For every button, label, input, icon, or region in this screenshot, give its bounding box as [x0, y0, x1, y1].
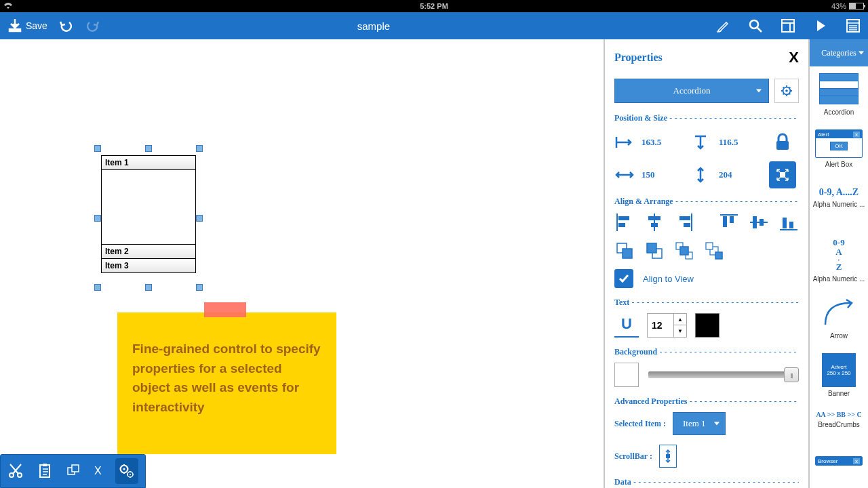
pos-w[interactable]: 150 — [614, 161, 686, 188]
battery-percent: 43% — [831, 2, 846, 10]
lock-icon — [775, 134, 790, 151]
svg-rect-38 — [715, 252, 722, 259]
scrollbar-toggle[interactable] — [659, 445, 677, 468]
cat-item-breadcrumb[interactable]: AA >> BB >> C BreadCrumbs — [810, 405, 868, 456]
categories-label: Categories — [821, 48, 856, 58]
pos-x-value: 163.5 — [642, 137, 661, 148]
paste-icon[interactable] — [37, 463, 54, 479]
x-position-icon — [614, 134, 635, 150]
selection-handle[interactable] — [145, 145, 152, 152]
pen-icon[interactable] — [716, 19, 730, 33]
svg-rect-20 — [651, 223, 658, 227]
browser-thumb: Browserx — [815, 456, 863, 466]
svg-rect-8 — [72, 465, 79, 472]
bring-front-icon[interactable] — [644, 241, 665, 261]
cut-icon[interactable] — [7, 463, 24, 479]
selection-handle[interactable] — [94, 215, 101, 222]
bread-thumb: AA >> BB >> C — [816, 411, 861, 418]
svg-point-12 — [130, 474, 131, 475]
gear-icon — [781, 85, 793, 97]
cat-item-browser[interactable]: Browserx — [810, 456, 868, 470]
cat-item-alert[interactable]: Alertx OK Alert Box — [810, 124, 868, 182]
opacity-slider[interactable]: ||| — [648, 371, 799, 378]
text-color-swatch[interactable] — [695, 313, 719, 338]
spinner-up[interactable]: ▲ — [674, 314, 686, 325]
copy-icon[interactable] — [67, 464, 81, 478]
categories-dropdown[interactable]: Categories — [810, 39, 868, 66]
selection-handle[interactable] — [94, 145, 101, 152]
accordion-item-3[interactable]: Item 3 — [102, 259, 195, 272]
spinner-down[interactable]: ▼ — [674, 325, 686, 337]
selection-handle[interactable] — [196, 215, 203, 222]
element-settings-button[interactable] — [774, 79, 799, 103]
dropdown-label: Accordion — [673, 85, 711, 96]
selection-handle[interactable] — [196, 145, 203, 152]
cat-label: Banner — [828, 390, 850, 397]
search-icon[interactable] — [749, 19, 762, 33]
align-center-h-icon[interactable] — [644, 212, 665, 232]
chevron-down-icon — [756, 89, 762, 93]
selection-handle[interactable] — [94, 284, 101, 291]
align-left-icon[interactable] — [614, 212, 635, 232]
dropdown-value: Item 1 — [683, 418, 706, 429]
expand-button[interactable] — [769, 161, 796, 188]
chevron-down-icon — [859, 52, 864, 55]
pos-h[interactable]: 204 — [692, 161, 764, 188]
cat-item-accordion[interactable]: Accordion — [810, 66, 868, 124]
align-center-v-icon[interactable] — [749, 212, 769, 232]
scrollbar-label: ScrollBar : — [614, 451, 652, 462]
svg-rect-5 — [40, 465, 50, 477]
panel-title: Properties — [614, 52, 663, 64]
pos-h-value: 204 — [719, 169, 732, 180]
save-icon — [8, 19, 22, 33]
wifi-icon — [4, 3, 12, 9]
bring-forward-icon[interactable] — [704, 241, 724, 261]
align-top-icon[interactable] — [719, 212, 739, 232]
canvas[interactable]: Item 1 Item 2 Item 3 Fine-grained contro… — [0, 39, 604, 488]
accordion-item-2[interactable]: Item 2 — [102, 245, 195, 259]
align-bottom-icon[interactable] — [778, 212, 799, 232]
cat-item-banner[interactable]: Advert 250 x 250 Banner — [810, 348, 868, 405]
align-right-icon[interactable] — [674, 212, 694, 232]
svg-rect-39 — [666, 454, 670, 458]
chevron-down-icon — [714, 422, 719, 426]
bg-color-swatch[interactable] — [614, 363, 639, 387]
svg-rect-27 — [783, 218, 787, 228]
pos-x[interactable]: 163.5 — [614, 129, 686, 156]
send-backward-icon[interactable] — [674, 241, 694, 261]
close-icon[interactable]: X — [789, 49, 799, 66]
slider-thumb[interactable]: ||| — [784, 367, 799, 382]
cat-item-alphanum1[interactable]: 0-9, A....Z Alpha Numeric ... — [810, 182, 868, 232]
element-type-dropdown[interactable]: Accordion — [614, 79, 769, 103]
align-view-checkbox[interactable] — [614, 269, 633, 288]
lock-button[interactable] — [769, 129, 796, 156]
alpha2-thumb: 0-9 A : Z — [833, 238, 844, 272]
svg-rect-24 — [730, 216, 734, 223]
send-back-icon[interactable] — [614, 241, 635, 261]
selection-handle[interactable] — [145, 284, 152, 291]
list-icon[interactable] — [846, 19, 860, 33]
underline-button[interactable]: U — [614, 313, 639, 338]
pos-y[interactable]: 116.5 — [692, 129, 764, 156]
pos-w-value: 150 — [642, 169, 655, 180]
cat-label: Accordion — [824, 108, 854, 116]
save-button[interactable]: Save — [8, 19, 47, 33]
x-icon[interactable]: X — [94, 465, 102, 477]
section-position: Position & Size — [614, 113, 799, 123]
svg-rect-26 — [760, 219, 764, 226]
svg-rect-22 — [684, 223, 690, 227]
accordion-widget[interactable]: Item 1 Item 2 Item 3 — [101, 155, 196, 273]
accordion-item-1[interactable]: Item 1 — [102, 156, 195, 170]
font-size-spinner[interactable]: ▲▼ — [647, 313, 687, 338]
font-size-input[interactable] — [648, 314, 673, 337]
play-icon[interactable] — [814, 19, 827, 33]
settings-button[interactable] — [115, 458, 138, 484]
selection-handle[interactable] — [196, 284, 203, 291]
cat-item-alphanum2[interactable]: 0-9 A : Z Alpha Numeric ... — [810, 232, 868, 290]
svg-rect-6 — [43, 464, 47, 466]
selected-item-dropdown[interactable]: Item 1 — [673, 412, 726, 435]
cat-item-arrow[interactable]: Arrow — [810, 290, 868, 348]
categories-panel: Categories Accordion Alertx OK Alert Box… — [808, 39, 868, 488]
properties-panel: Properties X Accordion Position & Size 1… — [604, 39, 808, 488]
layout-icon[interactable] — [781, 19, 795, 33]
